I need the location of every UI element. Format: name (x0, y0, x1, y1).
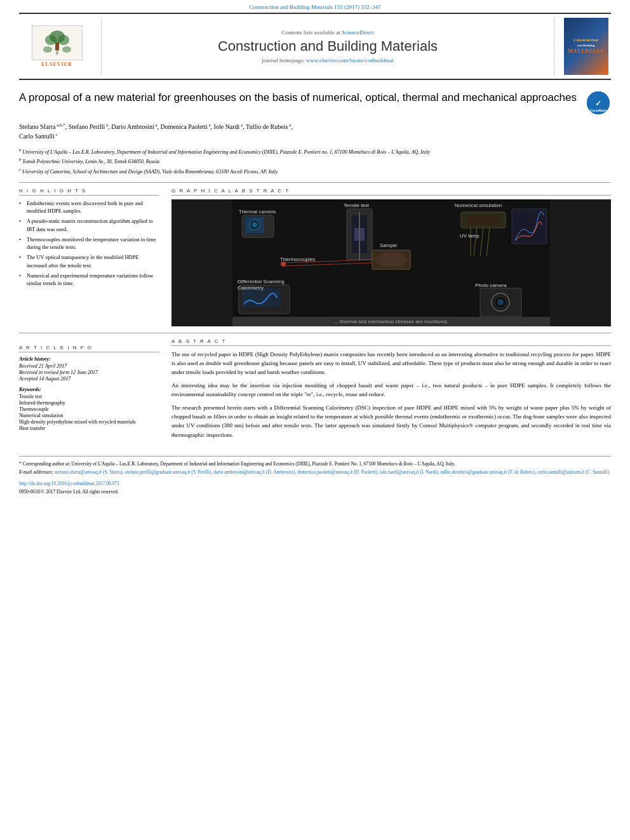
keywords-section: Keywords: Tensile test Infrared thermogr… (19, 387, 159, 431)
graphical-abstract-image: ... thermal and mechanical stresses are … (171, 199, 611, 326)
keyword-5: High-density polyethylene mixed with rec… (19, 419, 159, 425)
homepage-label: journal homepage: (262, 57, 304, 63)
author7-name: Carlo Santulli (19, 133, 55, 140)
journal-homepage[interactable]: journal homepage: www.elsevier.com/locat… (262, 57, 393, 63)
highlights-col: H I G H L I G H T S Endothermic events w… (19, 188, 159, 326)
article-title-section: A proposal of a new material for greenho… (19, 90, 611, 116)
keywords-label: Keywords: (19, 387, 159, 392)
abstract-col: A B S T R A C T The use of recycled pape… (171, 338, 611, 444)
main-content: A proposal of a new material for greenho… (19, 80, 611, 495)
divider-2 (19, 333, 611, 333)
elsevier-wordmark: ELSEVIER (41, 62, 72, 67)
highlights-list: Endothermic events were discovered both … (19, 199, 159, 288)
svg-point-3 (58, 35, 69, 45)
svg-text:... thermal and mechanical str: ... thermal and mechanical stresses are … (334, 319, 448, 324)
abstract-para-1: The use of recycled paper in HDPE (High … (171, 350, 611, 377)
sciencedirect-link[interactable]: Contents lists available at ScienceDirec… (282, 29, 374, 36)
keyword-3: Thermocouple (19, 406, 159, 412)
keyword-2: Infrared thermography (19, 400, 159, 406)
article-dates: Article history: Received 21 April 2017 … (19, 356, 159, 382)
email-addresses: E-mail addresses: stefano.sfarra@univaq.… (19, 469, 611, 476)
doi-footer-link[interactable]: http://dx.doi.org/10.1016/j.conbuildmat.… (19, 480, 611, 487)
author5-name: Iole Nardi (214, 123, 240, 130)
svg-rect-24 (467, 215, 499, 225)
svg-text:Photo camera: Photo camera (475, 283, 507, 288)
highlights-abstract-row: H I G H L I G H T S Endothermic events w… (19, 188, 611, 326)
copyright-notice: 0950-0618/© 2017 Elsevier Ltd. All right… (19, 488, 611, 495)
revised-date: Received in revised form 12 June 2017 (19, 370, 159, 375)
author4-sup: a (208, 123, 211, 128)
affiliation-c: c University of Camerino, School of Arch… (19, 166, 611, 176)
sciencedirect-anchor[interactable]: ScienceDirect (342, 29, 373, 36)
article-info-col: A R T I C L E I N F O Article history: R… (19, 345, 159, 444)
highlight-5: Numerical and experimental temperature v… (19, 272, 159, 288)
accepted-date: Accepted 14 August 2017 (19, 376, 159, 382)
author1-sup: a,b,* (55, 123, 65, 128)
journal-title-area: Contents lists available at ScienceDirec… (102, 18, 554, 75)
svg-point-2 (45, 35, 57, 45)
author3-sup: a (154, 123, 158, 128)
author7-sup: c (55, 132, 58, 137)
divider-1 (19, 182, 611, 183)
journal-cover-area: Construction and Building MATERIALS (554, 18, 611, 75)
info-abstract-row: A R T I C L E I N F O Article history: R… (19, 338, 611, 444)
cover-title: Construction and Building MATERIALS (568, 37, 604, 55)
svg-rect-33 (242, 288, 280, 307)
received-date: Received 21 April 2017 (19, 363, 159, 369)
abstract-heading: A B S T R A C T (171, 338, 611, 346)
journal-header: ELSEVIER Contents lists available at Sci… (19, 13, 611, 80)
svg-point-37 (497, 299, 504, 305)
affiliation-b: b Tomsk Polytechnic University, Lenin Av… (19, 156, 611, 166)
svg-text:Calorimetry: Calorimetry (238, 285, 264, 291)
footer-section: * Corresponding author at: University of… (19, 456, 611, 495)
svg-point-7 (55, 46, 59, 50)
email-label: E-mail addresses: (19, 469, 53, 475)
svg-text:Numerical simulation: Numerical simulation (455, 203, 502, 208)
elsevier-logo: ELSEVIER (32, 25, 83, 67)
affiliations-section: a University of L'Aquila – Las.E.R. Labo… (19, 147, 611, 176)
svg-text:Thermal camera: Thermal camera (239, 209, 276, 215)
svg-text:Thermocouples: Thermocouples (280, 257, 315, 262)
author3-name: Dario Ambrosini (111, 123, 154, 130)
email-links[interactable]: stefano.sfarra@univaq.it (S. Sfarra), st… (55, 469, 610, 475)
corresponding-author-note: * Corresponding author at: University of… (19, 460, 611, 467)
svg-text:Differential Scanning: Differential Scanning (238, 279, 285, 284)
doi-text: Construction and Building Materials 155 … (249, 4, 380, 10)
author1-name: Stefano Sfarra (19, 123, 55, 130)
graphical-abstract-heading: G R A P H I C A L A B S T R A C T (171, 188, 611, 196)
crossmark-icon: ✓ CrossMark (587, 91, 610, 114)
graphical-abstract-col: G R A P H I C A L A B S T R A C T (171, 188, 611, 326)
svg-text:Tensile test: Tensile test (344, 203, 370, 208)
article-title: A proposal of a new material for greenho… (19, 90, 586, 105)
svg-point-6 (62, 46, 71, 53)
page: Construction and Building Materials 155 … (0, 0, 630, 840)
svg-point-5 (43, 46, 52, 53)
svg-point-16 (252, 222, 257, 227)
svg-rect-8 (56, 50, 58, 55)
authors-section: Stefano Sfarra a,b,*, Stefano Perilli a,… (19, 122, 611, 142)
homepage-url[interactable]: www.elsevier.com/locate/conbuildmat (306, 57, 394, 63)
svg-text:CrossMark: CrossMark (590, 109, 607, 112)
abstract-para-2: An interesting idea may be the insertion… (171, 381, 611, 399)
author5-sup: a (239, 123, 243, 128)
author4-name: Domenica Paoletti (161, 123, 208, 130)
article-info-heading: A R T I C L E I N F O (19, 345, 159, 352)
abstract-para-3: The research presented herein starts wit… (171, 403, 611, 440)
author6-sup: a (288, 123, 291, 128)
crossmark-badge[interactable]: ✓ CrossMark (586, 90, 611, 116)
svg-point-31 (281, 262, 286, 267)
svg-text:✓: ✓ (595, 99, 601, 108)
journal-title: Construction and Building Materials (218, 38, 438, 55)
publisher-logo-area: ELSEVIER (19, 18, 102, 75)
keyword-1: Tensile test (19, 394, 159, 399)
abstract-text: The use of recycled paper in HDPE (High … (171, 350, 611, 440)
svg-point-22 (375, 252, 407, 267)
doi-bar: Construction and Building Materials 155 … (0, 0, 630, 13)
highlights-heading: H I G H L I G H T S (19, 188, 159, 196)
highlight-4: The UV optical transparency in the modif… (19, 253, 159, 270)
author6-name: Tullio de Rubeis (246, 123, 288, 130)
history-label: Article history: (19, 356, 159, 362)
sciencedirect-prefix: Contents lists available at (282, 29, 340, 36)
elsevier-logo-image (32, 25, 83, 60)
author2-sup: a (105, 123, 108, 128)
